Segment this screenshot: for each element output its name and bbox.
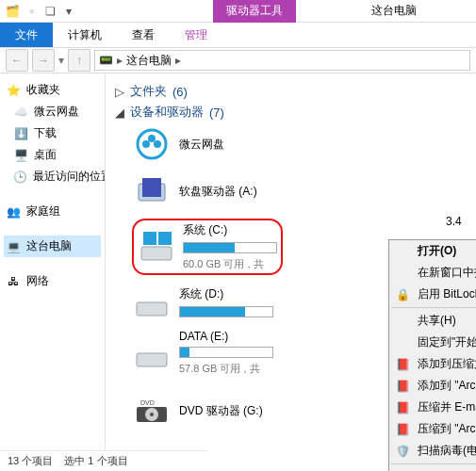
- sidebar-item-recent[interactable]: 🕒 最近访问的位置: [4, 166, 101, 187]
- nav-forward-button[interactable]: →: [32, 49, 55, 72]
- menu-rar-email[interactable]: 📕压缩到 "Archive.rar" 并 E-mail: [389, 418, 476, 440]
- drive-floppy[interactable]: 软盘驱动器 (A:): [132, 171, 283, 211]
- drive-c-selected[interactable]: 系统 (C:) 60.0 GB 可用 , 共: [132, 219, 283, 275]
- recent-locations-dropdown[interactable]: ▾: [58, 54, 64, 67]
- sidebar-item-weiyun[interactable]: ☁️ 微云网盘: [4, 101, 101, 122]
- network-icon: 🖧: [6, 274, 21, 289]
- winrar-icon: 📕: [395, 357, 410, 372]
- menu-open-new-window[interactable]: 在新窗口中打开(E): [389, 262, 476, 284]
- capacity-bar: [179, 347, 273, 358]
- drive-label: DATA (E:): [179, 330, 273, 343]
- tab-view[interactable]: 查看: [117, 23, 170, 47]
- dvd-icon: DVD: [132, 391, 172, 430]
- menu-zip-email[interactable]: 📕压缩并 E-mail...: [389, 397, 476, 418]
- winrar-icon: 📕: [395, 422, 410, 437]
- menu-format[interactable]: 格式化(A)...: [389, 466, 476, 471]
- star-icon: ⭐: [6, 83, 21, 98]
- sidebar-item-desktop[interactable]: 🖥️ 桌面: [4, 144, 101, 166]
- drive-icon: [132, 283, 172, 322]
- bitlocker-icon: 🔒: [395, 287, 410, 302]
- drive-windows-icon: [138, 227, 175, 267]
- winrar-icon: 📕: [395, 400, 410, 415]
- drive-label: 软盘驱动器 (A:): [179, 184, 257, 200]
- properties-qat-icon[interactable]: ▫️: [23, 3, 40, 20]
- nav-back-button[interactable]: ←: [6, 49, 28, 72]
- sidebar-item-label: 最近访问的位置: [33, 169, 106, 185]
- svg-point-13: [150, 413, 154, 416]
- homegroup-icon: 👥: [6, 204, 21, 219]
- cloud-icon: ☁️: [13, 105, 28, 120]
- breadcrumb-location[interactable]: 这台电脑: [126, 53, 172, 69]
- sidebar-favorites[interactable]: ⭐ 收藏夹: [4, 79, 101, 101]
- drive-label: 微云网盘: [179, 137, 224, 153]
- collapse-icon[interactable]: ▷: [115, 85, 124, 99]
- title-bar: 🗂️ ▫️ ❏ ▾ 驱动器工具 这台电脑: [0, 0, 476, 23]
- quick-access-toolbar: 🗂️ ▫️ ❏ ▾: [0, 3, 81, 20]
- drive-label: DVD 驱动器 (G:): [179, 403, 263, 419]
- new-folder-qat-icon[interactable]: ❏: [41, 3, 58, 20]
- qat-dropdown-icon[interactable]: ▾: [60, 3, 77, 20]
- drive-free-text: 60.0 GB 可用 , 共: [183, 257, 277, 271]
- sidebar-item-label: 桌面: [34, 147, 57, 163]
- window-title: 这台电脑: [371, 3, 417, 19]
- pc-icon: 📟: [99, 54, 113, 67]
- section-devices[interactable]: ◢ 设备和驱动器 (7): [115, 104, 467, 121]
- section-title: 文件夹: [130, 83, 167, 100]
- drive-label: 系统 (D:): [179, 286, 273, 302]
- svg-rect-7: [143, 232, 156, 245]
- chevron-right-icon[interactable]: ▸: [175, 54, 181, 67]
- sidebar-homegroup[interactable]: 👥 家庭组: [4, 201, 101, 222]
- sidebar-this-pc[interactable]: 💻 这台电脑: [4, 236, 101, 257]
- shield-icon: 🛡️: [395, 444, 410, 459]
- svg-point-3: [148, 135, 156, 142]
- address-bar: ← → ▾ ↑ 📟 ▸ 这台电脑 ▸: [0, 47, 476, 73]
- menu-bitlocker[interactable]: 🔒启用 BitLocker(B): [389, 284, 476, 305]
- sidebar-item-label: 微云网盘: [34, 104, 79, 120]
- svg-rect-5: [142, 178, 161, 197]
- menu-open[interactable]: 打开(O): [389, 240, 476, 262]
- menu-scan-virus[interactable]: 🛡️扫描病毒(电脑管家): [389, 440, 476, 462]
- winrar-icon: 📕: [395, 379, 410, 394]
- nav-up-button[interactable]: ↑: [68, 49, 90, 72]
- drive-icon: [132, 333, 172, 373]
- menu-add-archive[interactable]: 📕添加到压缩文件(A)...: [389, 353, 476, 375]
- sidebar-network[interactable]: 🖧 网络: [4, 270, 101, 292]
- capacity-bar: [179, 306, 273, 317]
- tab-computer[interactable]: 计算机: [53, 23, 117, 47]
- tab-file[interactable]: 文件: [0, 23, 53, 47]
- svg-rect-9: [137, 302, 167, 316]
- menu-pin-start[interactable]: 固定到"开始"屏幕(P): [389, 332, 476, 353]
- truncated-text: 3.4: [446, 215, 474, 228]
- svg-point-1: [142, 140, 150, 148]
- sidebar-item-label: 下载: [34, 125, 57, 141]
- sidebar-label: 收藏夹: [26, 82, 60, 98]
- section-count: (7): [209, 106, 224, 120]
- drive-weiyun[interactable]: 微云网盘: [132, 124, 283, 164]
- contextual-tab-group: 驱动器工具: [213, 0, 296, 23]
- drive-e[interactable]: DATA (E:) 57.8 GB 可用 , 共: [132, 330, 283, 376]
- download-icon: ⬇️: [13, 126, 28, 141]
- sidebar-label: 家庭组: [26, 203, 60, 219]
- svg-rect-10: [137, 353, 167, 366]
- drive-dvd[interactable]: DVD DVD 驱动器 (G:): [132, 391, 283, 430]
- address-field[interactable]: 📟 ▸ 这台电脑 ▸: [94, 50, 470, 71]
- sidebar-item-downloads[interactable]: ⬇️ 下载: [4, 122, 101, 144]
- section-title: 设备和驱动器: [130, 104, 204, 121]
- chevron-right-icon[interactable]: ▸: [117, 54, 123, 67]
- tab-manage[interactable]: 管理: [170, 23, 222, 47]
- recent-icon: 🕒: [13, 170, 27, 185]
- cloud-drive-icon: [132, 124, 172, 164]
- menu-add-rar[interactable]: 📕添加到 "Archive.rar"(T): [389, 375, 476, 397]
- drive-d[interactable]: 系统 (D:): [132, 283, 283, 322]
- section-folders[interactable]: ▷ 文件夹 (6): [115, 83, 467, 100]
- svg-text:DVD: DVD: [140, 399, 155, 406]
- context-menu: 打开(O) 在新窗口中打开(E) 🔒启用 BitLocker(B) 共享(H) …: [388, 239, 476, 471]
- capacity-bar: [183, 242, 277, 253]
- desktop-icon: 🖥️: [13, 148, 28, 163]
- content-pane: ▷ 文件夹 (6) ◢ 设备和驱动器 (7) 微云网盘 软盘驱动器 (A:): [106, 73, 476, 471]
- sidebar-label: 这台电脑: [26, 238, 72, 254]
- expand-icon[interactable]: ◢: [115, 106, 124, 120]
- pc-icon: 💻: [6, 239, 21, 254]
- menu-share[interactable]: 共享(H): [389, 310, 476, 332]
- status-selected-count: 选中 1 个项目: [64, 454, 127, 468]
